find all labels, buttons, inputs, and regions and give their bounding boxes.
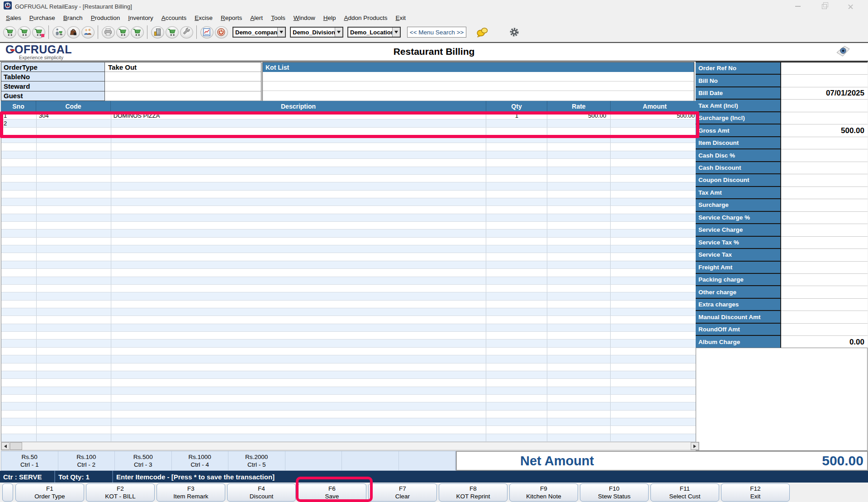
cell-code[interactable]: [37, 253, 111, 260]
cell-amount[interactable]: [611, 167, 699, 174]
bill-surcharge-value[interactable]: [781, 199, 868, 211]
cell-description[interactable]: [111, 434, 486, 441]
cell-qty[interactable]: [486, 206, 547, 213]
cell-rate[interactable]: [547, 285, 611, 292]
cell-qty[interactable]: [486, 332, 547, 339]
cell-code[interactable]: [37, 355, 111, 363]
cell-qty[interactable]: [486, 222, 547, 229]
cell-rate[interactable]: [547, 411, 611, 418]
cell-rate[interactable]: [547, 324, 611, 331]
cell-code[interactable]: [37, 339, 111, 347]
guest-value[interactable]: [105, 91, 261, 101]
cell-amount[interactable]: [611, 292, 699, 300]
cell-rate[interactable]: [547, 198, 611, 206]
cell-sno[interactable]: [1, 355, 37, 363]
cell-sno[interactable]: [1, 269, 37, 276]
cell-code[interactable]: [37, 395, 111, 402]
cell-sno[interactable]: [1, 308, 37, 316]
f3-item-remark-button[interactable]: F3Item Remark: [157, 483, 225, 502]
cell-code[interactable]: [37, 120, 111, 127]
cell-qty[interactable]: [486, 348, 547, 355]
cell-amount[interactable]: [611, 120, 699, 127]
bill-service-charge-value[interactable]: [781, 212, 868, 224]
steward-value[interactable]: [105, 81, 261, 91]
cell-description[interactable]: [111, 277, 486, 284]
cell-description[interactable]: [111, 324, 486, 331]
cell-qty[interactable]: [486, 182, 547, 190]
cell-rate[interactable]: [547, 191, 611, 198]
f7-clear-button[interactable]: F7Clear: [368, 483, 437, 502]
cell-amount[interactable]: [611, 238, 699, 245]
menu-purchase[interactable]: Purchase: [25, 14, 59, 21]
cell-sno[interactable]: 2: [1, 120, 37, 127]
cell-sno[interactable]: [1, 379, 37, 386]
cell-description[interactable]: [111, 191, 486, 198]
cell-amount[interactable]: [611, 159, 699, 166]
cell-description[interactable]: [111, 363, 486, 371]
cell-qty[interactable]: [486, 411, 547, 418]
cell-code[interactable]: [37, 363, 111, 371]
cell-amount[interactable]: [611, 339, 699, 347]
cell-description[interactable]: [111, 308, 486, 316]
cell-code[interactable]: [37, 411, 111, 418]
f2-kot-bill-button[interactable]: F2KOT - BILL: [86, 483, 155, 502]
cell-amount[interactable]: [611, 348, 699, 355]
cell-amount[interactable]: [611, 245, 699, 253]
cell-amount[interactable]: 500.00: [611, 112, 699, 119]
cell-code[interactable]: [37, 324, 111, 331]
cell-rate[interactable]: [547, 159, 611, 166]
cell-description[interactable]: [111, 253, 486, 260]
bill-freight-amt-value[interactable]: [781, 262, 868, 274]
purchase-bag-icon[interactable]: [67, 26, 80, 38]
cell-description[interactable]: [111, 214, 486, 221]
f1-order-type-button[interactable]: F1Order Type: [15, 483, 84, 502]
cell-rate[interactable]: [547, 379, 611, 386]
cell-rate[interactable]: [547, 418, 611, 426]
cell-sno[interactable]: 1: [1, 112, 37, 119]
bill-service-tax-value[interactable]: [781, 237, 868, 249]
cell-sno[interactable]: [1, 245, 37, 253]
cell-amount[interactable]: [611, 371, 699, 378]
cell-sno[interactable]: [1, 402, 37, 410]
cell-rate[interactable]: [547, 222, 611, 229]
cell-qty[interactable]: [486, 371, 547, 378]
cell-code[interactable]: [37, 379, 111, 386]
cell-amount[interactable]: [611, 301, 699, 308]
cell-amount[interactable]: [611, 277, 699, 284]
cell-code[interactable]: [37, 214, 111, 221]
menu-production[interactable]: Production: [87, 14, 124, 21]
f12-exit-button[interactable]: F12Exit: [721, 483, 790, 502]
menu-window[interactable]: Window: [289, 14, 319, 21]
cell-rate[interactable]: [547, 120, 611, 127]
cell-qty[interactable]: [486, 395, 547, 402]
cell-amount[interactable]: [611, 206, 699, 213]
cell-amount[interactable]: [611, 222, 699, 229]
cell-amount[interactable]: [611, 135, 699, 143]
cell-sno[interactable]: [1, 182, 37, 190]
cell-rate[interactable]: [547, 167, 611, 174]
cell-sno[interactable]: [1, 238, 37, 245]
cell-rate[interactable]: [547, 253, 611, 260]
cell-qty[interactable]: [486, 245, 547, 253]
scroll-right-arrow[interactable]: [691, 442, 699, 450]
cell-qty[interactable]: [486, 434, 547, 441]
scroll-left-arrow[interactable]: [1, 442, 9, 450]
cell-rate[interactable]: [547, 316, 611, 323]
denom-rs-1000-button[interactable]: Rs.1000Ctrl - 4: [172, 451, 229, 470]
cell-code[interactable]: [37, 128, 111, 135]
cell-sno[interactable]: [1, 292, 37, 300]
cell-amount[interactable]: [611, 191, 699, 198]
cell-amount[interactable]: [611, 198, 699, 206]
cart-order-icon[interactable]: [166, 26, 179, 38]
bill-tax-amt-incl-value[interactable]: [781, 100, 868, 112]
cell-rate[interactable]: [547, 371, 611, 378]
cell-description[interactable]: [111, 143, 486, 150]
f9-kitchen-note-button[interactable]: F9Kitchen Note: [509, 483, 578, 502]
bill-order-ref-no-value[interactable]: [781, 62, 868, 75]
cell-code[interactable]: [37, 191, 111, 198]
cell-code[interactable]: [37, 285, 111, 292]
cell-description[interactable]: [111, 285, 486, 292]
cell-rate[interactable]: [547, 269, 611, 276]
cell-rate[interactable]: [547, 143, 611, 150]
cell-sno[interactable]: [1, 434, 37, 441]
